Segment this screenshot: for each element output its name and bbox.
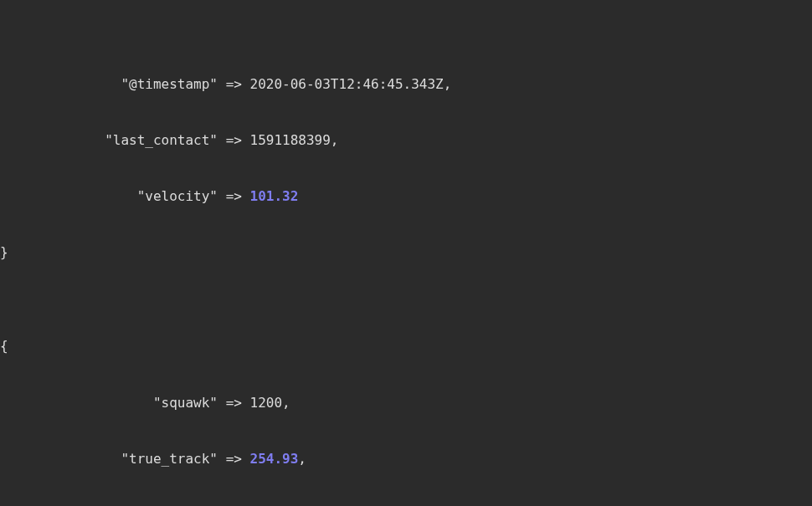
open-brace: { <box>0 337 812 355</box>
field-value: 1591188399 <box>250 132 331 148</box>
arrow: => <box>218 395 250 411</box>
field-key: "last_contact" <box>105 132 218 148</box>
output-line: "last_contact" => 1591188399, <box>0 131 812 150</box>
field-value: 1200 <box>250 395 283 411</box>
terminal-output: "@timestamp" => 2020-06-03T12:46:45.343Z… <box>0 0 812 506</box>
field-key: "squawk" <box>153 395 218 411</box>
field-key: "velocity" <box>137 188 218 204</box>
field-value: 254.93 <box>250 451 299 467</box>
arrow: => <box>218 188 250 204</box>
close-brace: } <box>0 243 812 262</box>
output-line: "true_track" => 254.93, <box>0 450 812 468</box>
output-line: "@timestamp" => 2020-06-03T12:46:45.343Z… <box>0 75 812 94</box>
output-line: "squawk" => 1200, <box>0 394 812 412</box>
field-key: "true_track" <box>121 451 218 467</box>
arrow: => <box>218 132 250 148</box>
arrow: => <box>218 451 250 467</box>
arrow: => <box>218 76 250 92</box>
field-value: 101.32 <box>250 188 299 204</box>
output-line: "velocity" => 101.32 <box>0 187 812 206</box>
field-value: 2020-06-03T12:46:45.343Z <box>250 76 444 92</box>
field-key: "@timestamp" <box>121 76 218 92</box>
